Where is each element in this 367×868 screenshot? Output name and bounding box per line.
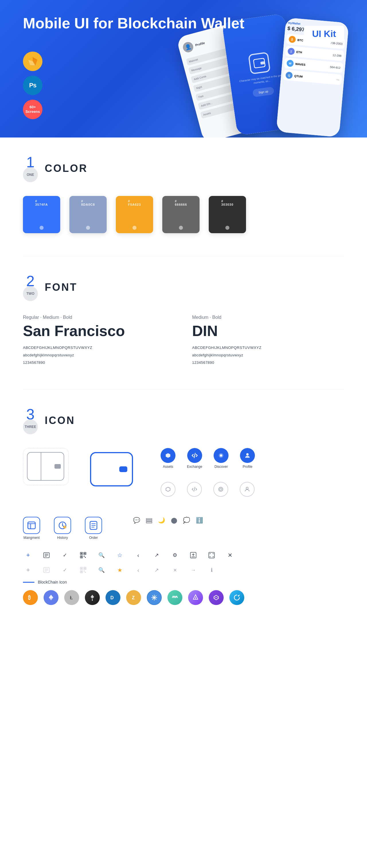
check-icon: ✓ (60, 550, 70, 560)
mangment-label: Mangment (24, 536, 40, 540)
btc-icon: ₿ (23, 590, 38, 605)
exchange-label: Exchange (187, 465, 202, 469)
svg-text:Z: Z (132, 595, 135, 600)
expand-icon (206, 550, 217, 560)
font1-numbers: 1234567890 (23, 359, 175, 366)
color-dot (86, 226, 90, 230)
svg-text:D: D (110, 595, 114, 600)
plus-icon: + (23, 550, 33, 560)
color-title: COLOR (45, 162, 88, 175)
font2-numbers: 1234567890 (192, 359, 344, 366)
eth-icon (44, 590, 58, 605)
svg-point-15 (246, 487, 248, 489)
history-label: History (57, 536, 68, 540)
font-din: Medium · Bold DIN ABCDEFGHIJKLMNOPQRSTUV… (192, 315, 344, 366)
divider-2 (23, 389, 344, 390)
color-swatch-blue: #3574FA (23, 196, 60, 233)
icon-section: 3 THREE ICON (23, 407, 344, 605)
svg-rect-39 (84, 556, 85, 557)
zcash-icon: Z (126, 590, 141, 605)
font2-lowercase: abcdefghijklmnopqrstuvwxyz (192, 351, 344, 359)
app-icon-order: Order (85, 517, 102, 540)
svg-rect-51 (81, 568, 82, 569)
svg-marker-12 (166, 487, 170, 492)
color-dot (133, 226, 137, 230)
info-gray-icon: ℹ (206, 565, 217, 575)
discover-label: Discover (215, 465, 228, 469)
share-gray-icon: ↗ (151, 565, 162, 575)
misc-icons-cluster: 💬 🌙 ⬤ 💭 ℹ️ (133, 517, 203, 524)
color-swatch-slate: #8DA0C8 (69, 196, 107, 233)
discover-icon (214, 448, 228, 463)
order-icon (85, 517, 102, 534)
color-dot (39, 226, 44, 230)
exchange-icon (187, 448, 202, 463)
assets-label: Assets (163, 465, 173, 469)
exchange-icon-outline (187, 482, 202, 497)
color-dot (225, 226, 229, 230)
moon-icon: 🌙 (158, 517, 165, 524)
ps-badge: Ps (23, 75, 43, 95)
svg-point-14 (220, 488, 222, 490)
star-icon: ☆ (115, 550, 125, 560)
svg-rect-37 (84, 553, 85, 554)
color-section: 1 ONE COLOR #3574FA #8DA0C8 #F5A623 #666… (23, 155, 344, 233)
svg-rect-7 (260, 61, 265, 65)
dash-icon: D (106, 590, 120, 605)
info-icon: ℹ️ (196, 517, 203, 524)
svg-rect-40 (85, 557, 86, 558)
svg-rect-52 (84, 568, 85, 569)
svg-point-13 (219, 487, 223, 492)
blockchain-line (23, 582, 34, 583)
wallet-wireframe-construction (23, 448, 75, 491)
color-number-word: ONE (23, 167, 38, 182)
list-edit-gray-icon (41, 565, 52, 575)
close-icon: ✕ (225, 550, 235, 560)
blockchain-label: BlockChain Icon (23, 580, 344, 584)
font1-name: San Francisco (23, 322, 175, 339)
ltc-icon: Ł (64, 590, 79, 605)
plus-gray-icon: + (23, 565, 33, 575)
discover-icon-outline (213, 482, 228, 497)
color-section-header: 1 ONE COLOR (23, 155, 344, 182)
search-icon: 🔍 (96, 550, 107, 560)
hero-title-regular: Mobile UI for Blockchain (23, 15, 201, 32)
svg-rect-43 (209, 552, 215, 558)
star-yellow-icon: ★ (115, 565, 125, 575)
nav-icon-exchange-outline (187, 482, 202, 497)
font-section: 2 TWO FONT Regular · Medium · Bold San F… (23, 274, 344, 366)
icon-title: ICON (45, 414, 75, 427)
svg-text:Ł: Ł (70, 595, 73, 600)
svg-rect-17 (28, 524, 31, 529)
svg-text:₿: ₿ (28, 595, 31, 600)
svg-point-69 (153, 597, 155, 598)
ark-icon (188, 590, 203, 605)
app-icons-group: Mangment History (23, 517, 344, 540)
screens-badge: 60+Screens (23, 100, 43, 119)
arrow-right-gray-icon: → (188, 565, 198, 575)
color-swatch-orange: #F5A623 (116, 196, 153, 233)
svg-marker-8 (166, 453, 170, 458)
icon-number-word: THREE (23, 420, 38, 434)
nav-icon-discover: Discover (214, 448, 228, 469)
main-content: 1 ONE COLOR #3574FA #8DA0C8 #F5A623 #666… (0, 137, 367, 645)
color-section-number: 1 ONE (23, 155, 38, 182)
nav-icons-outline (161, 482, 255, 497)
utility-icons-colored: + ✓ 🔍 ☆ ‹ ↗ ⚙ ✕ (23, 550, 344, 560)
nav-icon-discover-outline (213, 482, 228, 497)
cross-gray-icon: ✕ (170, 565, 180, 575)
utility-icons-gray: + ✓ 🔍 ★ ‹ ↗ ✕ → ℹ (23, 565, 344, 575)
gear-icon: ⚙ (170, 550, 180, 560)
svg-rect-54 (84, 571, 85, 571)
mangment-icon (23, 517, 40, 534)
nav-icon-exchange: Exchange (187, 448, 202, 469)
icon-wireframe-row: Assets Exchange Discover (23, 448, 344, 505)
share-icon: ↗ (151, 550, 162, 560)
color-dot (179, 226, 183, 230)
nav-icon-assets-outline (161, 482, 175, 497)
font1-uppercase: ABCDEFGHIJKLMNOPQRSTUVWXYZ (23, 344, 175, 351)
speech-icon: 💭 (183, 517, 190, 524)
svg-rect-26 (146, 519, 152, 520)
font2-style: Medium · Bold (192, 315, 344, 320)
nav-icon-profile-outline (240, 482, 255, 497)
